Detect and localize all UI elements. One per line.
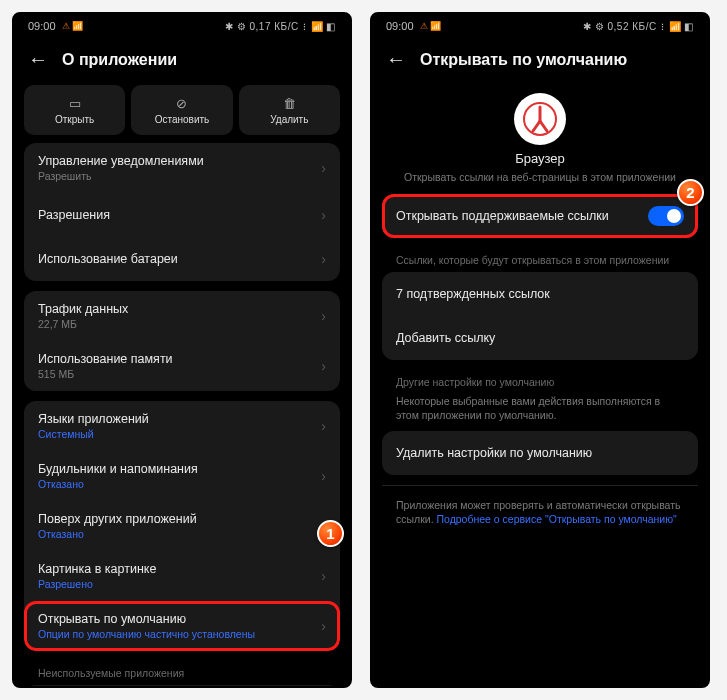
stop-icon: ⊘ <box>176 96 187 111</box>
row-add-link[interactable]: Добавить ссылку <box>382 316 698 360</box>
open-icon: ▭ <box>69 96 81 111</box>
page-title: О приложении <box>62 51 177 69</box>
step-badge-2: 2 <box>677 179 704 206</box>
row-label: Открывать поддерживаемые ссылки <box>396 209 609 223</box>
row-traffic[interactable]: Трафик данных 22,7 МБ › <box>24 291 340 341</box>
toggle-supported-links[interactable] <box>648 206 684 226</box>
row-label: Языки приложений <box>38 412 149 426</box>
status-right-icons: ✱ ⚙ 0,52 КБ/С ⫶ 📶 ◧ <box>583 21 694 32</box>
status-left-icons: ⚠ 📶 <box>420 21 442 31</box>
row-overlay[interactable]: Поверх других приложений Отказано › <box>24 501 340 551</box>
row-alarms[interactable]: Будильники и напоминания Отказано › <box>24 451 340 501</box>
chevron-right-icon: › <box>321 568 326 584</box>
group-general: Управление уведомлениями Разрешить › Раз… <box>24 143 340 281</box>
chevron-right-icon: › <box>321 251 326 267</box>
phone-right: 09:00 ⚠ 📶 ✱ ⚙ 0,52 КБ/С ⫶ 📶 ◧ ← Открыват… <box>370 12 710 688</box>
caption-unused: Неиспользуемые приложения <box>24 661 340 685</box>
stop-button[interactable]: ⊘ Остановить <box>131 85 232 135</box>
divider <box>382 485 698 486</box>
group-unused: Приостановить работу в неактивный период <box>24 685 340 686</box>
delete-label: Удалить <box>270 114 308 125</box>
app-desc: Открывать ссылки на веб-страницы в этом … <box>382 170 698 194</box>
row-label: Управление уведомлениями <box>38 154 204 168</box>
status-left-icons: ⚠ 📶 <box>62 21 84 31</box>
group-usage: Трафик данных 22,7 МБ › Использование па… <box>24 291 340 391</box>
row-label: Использование памяти <box>38 352 173 366</box>
row-sub: Отказано <box>38 528 197 540</box>
status-time: 09:00 <box>386 20 414 32</box>
row-label: Поверх других приложений <box>38 512 197 526</box>
statusbar: 09:00 ⚠ 📶 ✱ ⚙ 0,52 КБ/С ⫶ 📶 ◧ <box>372 14 708 38</box>
status-right-icons: ✱ ⚙ 0,17 КБ/С ⫶ 📶 ◧ <box>225 21 336 32</box>
row-memory[interactable]: Использование памяти 515 МБ › <box>24 341 340 391</box>
group-links: 7 подтвержденных ссылок Добавить ссылку <box>382 272 698 360</box>
chevron-right-icon: › <box>321 618 326 634</box>
chevron-right-icon: › <box>321 160 326 176</box>
row-pip[interactable]: Картинка в картинке Разрешено › <box>24 551 340 601</box>
row-delete-defaults[interactable]: Удалить настройки по умолчанию <box>382 431 698 475</box>
row-sub: Отказано <box>38 478 198 490</box>
row-open-by-default[interactable]: Открывать по умолчанию Опции по умолчани… <box>24 601 340 651</box>
caption-links: Ссылки, которые будут открываться в этом… <box>382 248 698 272</box>
footer-link[interactable]: Подробнее о сервисе "Открывать по умолча… <box>436 513 676 525</box>
row-label: Разрешения <box>38 208 110 222</box>
row-open-supported[interactable]: Открывать поддерживаемые ссылки <box>382 194 698 238</box>
row-label: Удалить настройки по умолчанию <box>396 446 592 460</box>
action-row: ▭ Открыть ⊘ Остановить 🗑 Удалить <box>24 85 340 135</box>
stop-label: Остановить <box>155 114 210 125</box>
row-sub: 22,7 МБ <box>38 318 128 330</box>
row-sub: 515 МБ <box>38 368 173 380</box>
chevron-right-icon: › <box>321 418 326 434</box>
step-badge-1: 1 <box>317 520 344 547</box>
app-summary: Браузер Открывать ссылки на веб-страницы… <box>382 93 698 194</box>
app-info-header: ← О приложении <box>14 38 350 85</box>
app-name: Браузер <box>382 151 698 166</box>
open-button[interactable]: ▭ Открыть <box>24 85 125 135</box>
open-label: Открыть <box>55 114 94 125</box>
group-delete-defaults: Удалить настройки по умолчанию <box>382 431 698 475</box>
back-icon[interactable]: ← <box>386 48 406 71</box>
footer-note: Приложения может проверять и автоматичес… <box>382 492 698 532</box>
row-permissions[interactable]: Разрешения › <box>24 193 340 237</box>
row-label: Трафик данных <box>38 302 128 316</box>
row-sub: Системный <box>38 428 149 440</box>
row-pause-inactive[interactable]: Приостановить работу в неактивный период <box>24 685 340 686</box>
status-time: 09:00 <box>28 20 56 32</box>
row-label: Открывать по умолчанию <box>38 612 255 626</box>
row-label: 7 подтвержденных ссылок <box>396 287 550 301</box>
card-supported-links: Открывать поддерживаемые ссылки <box>382 194 698 238</box>
row-label: Картинка в картинке <box>38 562 156 576</box>
desc-other: Некоторые выбранные вами действия выполн… <box>382 394 698 430</box>
statusbar: 09:00 ⚠ 📶 ✱ ⚙ 0,17 КБ/С ⫶ 📶 ◧ <box>14 14 350 38</box>
row-sub: Опции по умолчанию частично установлены <box>38 628 255 640</box>
chevron-right-icon: › <box>321 468 326 484</box>
row-battery[interactable]: Использование батареи › <box>24 237 340 281</box>
yandex-browser-icon <box>514 93 566 145</box>
trash-icon: 🗑 <box>283 96 296 111</box>
row-confirmed-links[interactable]: 7 подтвержденных ссылок <box>382 272 698 316</box>
row-sub: Разрешить <box>38 170 204 182</box>
row-label: Добавить ссылку <box>396 331 495 345</box>
chevron-right-icon: › <box>321 358 326 374</box>
row-notifications[interactable]: Управление уведомлениями Разрешить › <box>24 143 340 193</box>
row-label: Использование батареи <box>38 252 178 266</box>
row-lang[interactable]: Языки приложений Системный › <box>24 401 340 451</box>
group-defaults: Языки приложений Системный › Будильники … <box>24 401 340 651</box>
row-label: Будильники и напоминания <box>38 462 198 476</box>
chevron-right-icon: › <box>321 207 326 223</box>
caption-other: Другие настройки по умолчанию <box>382 370 698 394</box>
phone-left: 09:00 ⚠ 📶 ✱ ⚙ 0,17 КБ/С ⫶ 📶 ◧ ← О прилож… <box>12 12 352 688</box>
chevron-right-icon: › <box>321 308 326 324</box>
back-icon[interactable]: ← <box>28 48 48 71</box>
row-sub: Разрешено <box>38 578 156 590</box>
defaults-header: ← Открывать по умолчанию <box>372 38 708 85</box>
delete-button[interactable]: 🗑 Удалить <box>239 85 340 135</box>
page-title: Открывать по умолчанию <box>420 51 627 69</box>
